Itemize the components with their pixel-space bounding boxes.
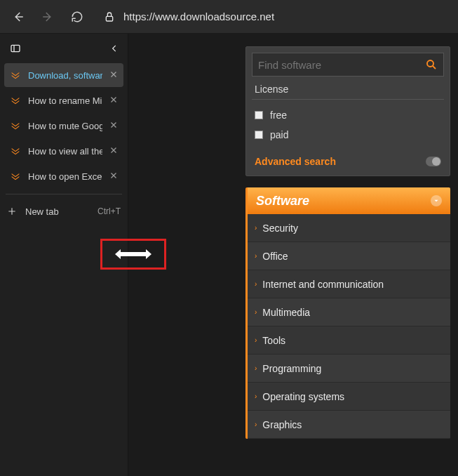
checkbox-label: free xyxy=(270,110,287,121)
sidebar-divider xyxy=(6,194,122,194)
category-item[interactable]: ›Operating systems xyxy=(248,383,450,411)
vertical-tab[interactable]: How to mute Googl xyxy=(4,114,123,138)
caret-right-icon: › xyxy=(255,364,257,372)
software-categories-panel: Software ›Security›Office›Internet and c… xyxy=(245,187,450,439)
browser-toolbar: https://www.downloadsource.net xyxy=(0,0,458,34)
search-icon[interactable] xyxy=(425,58,438,71)
search-panel: License free paid Advanced search xyxy=(245,46,450,176)
checkbox-icon xyxy=(255,131,263,139)
new-tab-button[interactable]: New tab Ctrl+T xyxy=(0,200,128,223)
svg-rect-1 xyxy=(11,45,20,51)
collapse-sidebar-button[interactable] xyxy=(109,44,119,53)
close-tab-button[interactable] xyxy=(109,121,119,131)
forward-button[interactable] xyxy=(39,8,56,25)
checkbox-free[interactable]: free xyxy=(255,110,441,121)
tabs-panel-icon[interactable] xyxy=(10,43,21,54)
favicon-icon xyxy=(10,145,21,157)
tab-title: How to view all the xyxy=(28,146,102,157)
category-item[interactable]: ›Internet and communication xyxy=(248,270,450,298)
category-label: Graphics xyxy=(262,419,302,430)
category-label: Tools xyxy=(262,335,285,346)
category-label: Internet and communication xyxy=(262,279,384,290)
caret-right-icon: › xyxy=(255,280,257,288)
category-label: Programming xyxy=(262,363,321,374)
close-tab-button[interactable] xyxy=(109,70,119,80)
checkbox-icon xyxy=(255,111,263,119)
category-item[interactable]: ›Programming xyxy=(248,355,450,383)
caret-right-icon: › xyxy=(255,421,257,428)
caret-right-icon: › xyxy=(255,392,257,400)
favicon-icon xyxy=(10,120,21,131)
checkbox-paid[interactable]: paid xyxy=(255,129,441,140)
tab-title: How to rename Mic xyxy=(28,95,102,106)
license-heading: License xyxy=(252,77,444,100)
caret-right-icon: › xyxy=(255,224,257,232)
favicon-icon xyxy=(10,171,21,182)
checkbox-label: paid xyxy=(270,129,288,140)
plus-icon xyxy=(7,206,17,216)
svg-point-2 xyxy=(427,60,433,67)
favicon-icon xyxy=(10,95,21,106)
resize-handle-annotation[interactable] xyxy=(100,239,166,270)
search-input[interactable] xyxy=(258,59,425,71)
advanced-search-toggle[interactable] xyxy=(426,157,441,166)
new-tab-shortcut: Ctrl+T xyxy=(97,206,121,216)
vertical-tab[interactable]: How to open Excel, xyxy=(4,164,123,188)
back-button[interactable] xyxy=(10,8,27,25)
category-label: Office xyxy=(262,251,288,262)
category-label: Multimedia xyxy=(262,307,310,318)
close-tab-button[interactable] xyxy=(109,146,119,156)
category-label: Operating systems xyxy=(262,391,344,402)
caret-right-icon: › xyxy=(255,336,257,344)
tab-title: How to open Excel, xyxy=(28,171,102,182)
categories-heading[interactable]: Software xyxy=(248,187,450,214)
close-tab-button[interactable] xyxy=(109,95,119,105)
advanced-search-link[interactable]: Advanced search xyxy=(255,156,336,167)
category-item[interactable]: ›Office xyxy=(248,242,450,270)
page-content: License free paid Advanced search xyxy=(128,34,458,476)
new-tab-label: New tab xyxy=(25,206,59,217)
category-item[interactable]: ›Security xyxy=(248,214,450,242)
address-bar-url[interactable]: https://www.downloadsource.net xyxy=(123,11,274,22)
caret-right-icon: › xyxy=(255,252,257,260)
vertical-tab[interactable]: Download, software xyxy=(4,63,123,87)
svg-rect-0 xyxy=(106,16,112,21)
close-tab-button[interactable] xyxy=(109,171,119,181)
vertical-tab[interactable]: How to view all the xyxy=(4,139,123,163)
category-item[interactable]: ›Tools xyxy=(248,326,450,355)
caret-right-icon: › xyxy=(255,308,257,316)
tab-title: How to mute Googl xyxy=(28,121,102,131)
refresh-button[interactable] xyxy=(69,8,86,25)
tab-title: Download, software xyxy=(28,70,102,81)
chevron-down-icon xyxy=(431,195,442,206)
category-label: Security xyxy=(262,223,298,234)
category-item[interactable]: ›Graphics xyxy=(248,411,450,439)
lock-icon xyxy=(104,11,115,22)
category-item[interactable]: ›Multimedia xyxy=(248,298,450,326)
favicon-icon xyxy=(10,70,21,81)
vertical-tab[interactable]: How to rename Mic xyxy=(4,88,123,112)
